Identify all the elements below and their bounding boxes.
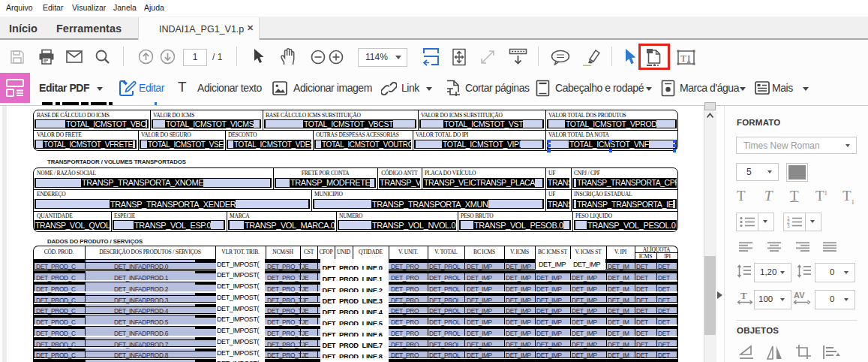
svg-text:I: I [687, 53, 690, 64]
svg-text:T: T [680, 53, 686, 64]
svg-text:T: T [740, 291, 747, 301]
svg-text:3: 3 [787, 223, 790, 228]
svg-text:AV: AV [794, 291, 805, 300]
